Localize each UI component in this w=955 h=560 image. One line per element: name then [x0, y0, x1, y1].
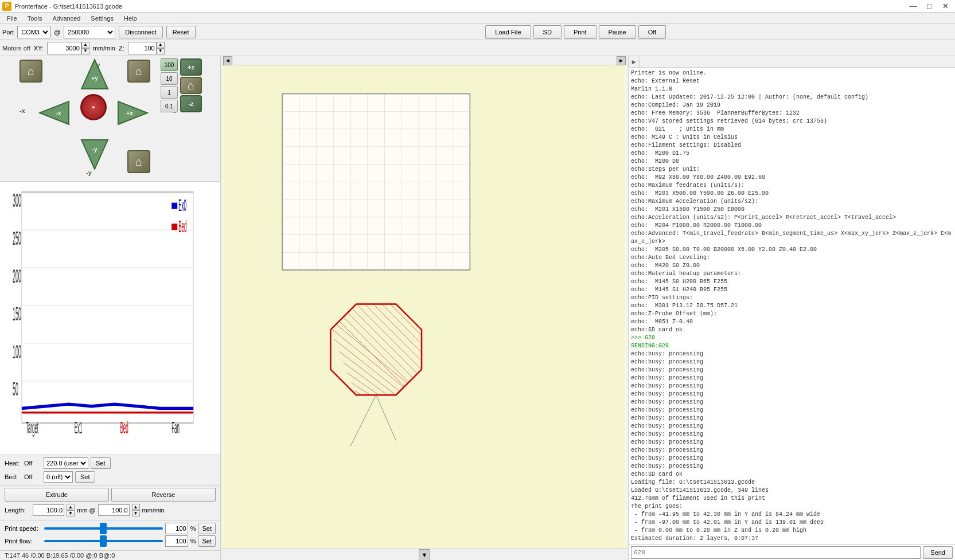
speed-spin-down[interactable]: ▼ — [132, 510, 140, 516]
center-panel: ◄ ► — [221, 56, 628, 560]
collapse-right-button[interactable]: ► — [617, 56, 626, 65]
console-input[interactable] — [631, 546, 921, 559]
z-spin-down[interactable]: ▼ — [157, 48, 165, 54]
console-line: echo:SD card ok — [631, 326, 953, 334]
length-spin-up[interactable]: ▲ — [67, 504, 75, 510]
console-line: echo:Compiled: Jan 19 2019 — [631, 101, 953, 109]
xy-input[interactable] — [47, 42, 81, 54]
close-button[interactable]: ✕ — [938, 1, 953, 12]
z-spin-up[interactable]: ▲ — [157, 42, 165, 48]
print-flow-input[interactable] — [165, 535, 188, 547]
off-button[interactable]: Off — [638, 25, 666, 39]
jog-down-button[interactable]: -y — [80, 139, 109, 170]
svg-text:-y: -y — [92, 146, 98, 152]
extrude-button[interactable]: Extrude — [5, 488, 109, 502]
length-input[interactable] — [33, 504, 64, 516]
jog-left-button[interactable]: -x — [38, 99, 70, 127]
print-flow-slider[interactable] — [44, 540, 163, 542]
bed-set-button[interactable]: Set — [75, 471, 95, 483]
reset-button[interactable]: Reset — [166, 26, 196, 38]
svg-text:150: 150 — [13, 303, 21, 324]
menu-advanced[interactable]: Advanced — [48, 14, 85, 23]
z-up-button[interactable]: +z — [180, 58, 202, 76]
at-symbol: @ — [54, 29, 60, 36]
window-title: Pronterface - G:\tset141513613.gcode — [15, 3, 122, 10]
console-line: echo: Free Memory: 3536 PlannerBufferByt… — [631, 109, 953, 118]
send-button[interactable]: Send — [923, 546, 953, 559]
step-10[interactable]: 10 — [161, 72, 178, 85]
speed-spin-up[interactable]: ▲ — [132, 504, 140, 510]
xy-label: XY: — [34, 45, 44, 52]
svg-text:Bed: Bed — [178, 217, 186, 236]
z-down-button[interactable]: -z — [180, 95, 202, 112]
console-line: echo:PID settings: — [631, 294, 953, 302]
jog-center-button[interactable]: ● — [80, 94, 107, 120]
minimize-button[interactable]: — — [906, 1, 921, 12]
print-flow-row: Print flow: % Set — [5, 535, 216, 547]
maximize-button[interactable]: □ — [922, 1, 937, 12]
menu-settings[interactable]: Settings — [86, 14, 118, 23]
svg-text:300: 300 — [13, 190, 21, 211]
console-line: The print goes: — [631, 503, 953, 511]
svg-rect-22 — [171, 224, 177, 230]
z-column: +z ⌂ -z — [180, 58, 202, 112]
console-line: echo: M92 X80.00 Y80.00 Z400.00 E92.60 — [631, 174, 953, 182]
svg-text:Ex0: Ex0 — [178, 196, 186, 215]
svg-rect-20 — [171, 203, 177, 209]
print-speed-set[interactable]: Set — [198, 523, 216, 534]
console-line: - from -97.00 mm to 42.01 mm in Y and is… — [631, 519, 953, 527]
step-01[interactable]: 0.1 — [161, 100, 178, 112]
print-button[interactable]: Print — [564, 25, 597, 39]
console-line: echo:busy: processing — [631, 422, 953, 430]
svg-text:-x: -x — [56, 110, 61, 116]
bed-status: Off — [24, 473, 41, 480]
status-bar: T:147.46 /0.00 B:19.65 /0.00 @:0 B@:0 — [0, 550, 220, 560]
slider-section: Print speed: % Set Print flow: % Set — [0, 520, 220, 550]
port-select[interactable]: COM3 — [17, 26, 50, 38]
print-speed-slider[interactable] — [44, 527, 163, 530]
bed-select[interactable]: 0 (off) — [44, 471, 73, 483]
print-speed-input[interactable] — [165, 523, 188, 534]
reverse-button[interactable]: Reverse — [111, 488, 216, 502]
console-line: echo:Material heatup parameters: — [631, 270, 953, 278]
print-flow-set[interactable]: Set — [198, 535, 216, 547]
heat-set-button[interactable]: Set — [91, 457, 111, 469]
jog-up-button[interactable]: +y — [80, 58, 109, 90]
jog-right-button[interactable]: +x — [117, 99, 149, 127]
home-xy-button[interactable]: ⌂ — [20, 60, 42, 83]
menu-tools[interactable]: Tools — [23, 14, 47, 23]
x-minus-label: -x — [20, 107, 25, 114]
home-y-bottom[interactable]: ⌂ — [127, 150, 150, 173]
length-spin-down[interactable]: ▼ — [67, 510, 75, 516]
console-line: echo:busy: processing — [631, 382, 953, 390]
collapse-left-button[interactable]: ◄ — [223, 56, 232, 65]
menu-help[interactable]: Help — [119, 14, 142, 23]
console-line: echo:Acceleration (units/s2): P<print_ac… — [631, 214, 953, 222]
step-1[interactable]: 1 — [161, 86, 178, 99]
console-footer: Send — [629, 544, 955, 560]
xy-spin-down[interactable]: ▼ — [81, 48, 89, 54]
console-line: echo: M149 C ; Units in Celsius — [631, 134, 953, 142]
z-home-button[interactable]: ⌂ — [180, 77, 202, 94]
baud-select[interactable]: 250000 — [64, 26, 115, 38]
speed-input[interactable] — [98, 504, 130, 516]
print-flow-label: Print flow: — [5, 538, 42, 545]
step-100[interactable]: 100 — [161, 58, 178, 71]
console-line: SENDING:G28 — [631, 342, 953, 350]
scroll-bottom-button[interactable]: ▼ — [419, 549, 430, 561]
console-line: echo:busy: processing — [631, 406, 953, 414]
console-collapse-button[interactable]: ► — [629, 56, 640, 68]
xy-spin-up[interactable]: ▲ — [81, 42, 89, 48]
disconnect-button[interactable]: Disconnect — [119, 26, 162, 38]
heat-section: Heat: Off 220.0 (user Set Bed: Off 0 (of… — [0, 455, 220, 485]
sd-button[interactable]: SD — [533, 25, 562, 39]
load-file-button[interactable]: Load File — [485, 25, 531, 39]
console-line: echo: M851 Z-0.40 — [631, 318, 953, 326]
menu-file[interactable]: File — [2, 14, 22, 23]
home-y-button[interactable]: ⌂ — [127, 60, 150, 83]
z-input[interactable] — [128, 42, 157, 54]
heat-select[interactable]: 220.0 (user — [44, 457, 88, 469]
svg-rect-14 — [22, 192, 193, 423]
console-line: echo:busy: processing — [631, 374, 953, 382]
pause-button[interactable]: Pause — [599, 25, 636, 39]
